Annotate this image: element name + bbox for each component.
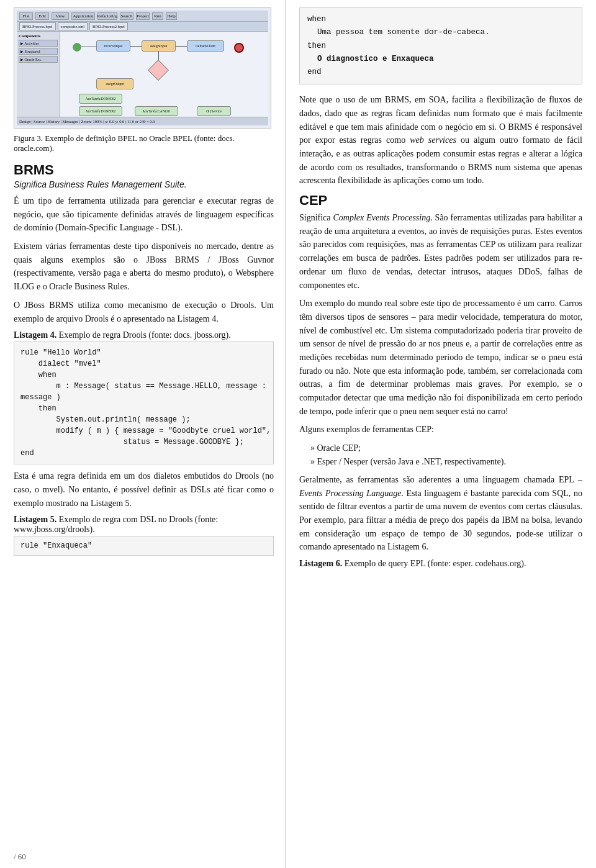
diagram-main: Components ▶ Activities ▶ Structured ▶ O… [17,32,268,117]
aux-node-4: Ol2Service [197,106,231,116]
when-line2: Uma pessoa tem somente dor-de-cabeca. [307,26,574,39]
cep-bullet-2: Esper / Nesper (versão Java e .NET, resp… [310,455,582,469]
tab-1: BPELProcess.bpel [19,22,56,30]
aux-node-3: AuxTarefa:CANC01 [135,106,178,116]
figure-box: File Edit View Application Refactoring S… [14,7,271,129]
listagem5-label: Listagem 5. Exemplo de regra com DSL no … [14,515,274,535]
code-block-4: rule "Hello World" dialect "mvel" when m… [14,341,274,464]
start-node [73,43,81,52]
page-number: / 60 [14,852,26,862]
arrow-2 [130,46,142,47]
when-block: when Uma pessoa tem somente dor-de-cabec… [299,7,582,84]
aux-node-1: AuxTarefa:DONE002 [79,94,122,104]
assign-node: assignInput [142,40,176,52]
brms-p4: Esta é uma regra definida em um dos dial… [14,469,274,510]
diagram-placeholder: File Edit View Application Refactoring S… [14,8,271,128]
cep-exemplos-label: Alguns exemplos de ferramentas CEP: [299,423,582,436]
end-node [234,43,244,53]
brms-p2: Existem várias ferramentas deste tipo di… [14,240,274,294]
when-line1: when [307,13,574,26]
toolbar-btn-5: Refactoring [97,12,117,20]
tab-3: BPELProcess2.bpel [89,22,128,30]
right-column: when Uma pessoa tem somente dor-de-cabec… [286,0,596,868]
brms-heading: BRMS [14,162,274,178]
toolbar-btn-7: Project [136,12,150,20]
tab-2: composite.xml [58,22,88,30]
toolbar-btn-8: Run [152,12,163,20]
arrow-3 [176,46,187,47]
cep-p3: Geralmente, as ferramentas são aderentes… [299,473,582,554]
arrow-1 [81,47,97,47]
sidebar-item-2: ▶ Structured [19,48,58,55]
listagem6-label: Listagem 6. Exemplo de query EPL (fonte:… [299,559,582,569]
cep-bullet-1: Oracle CEP; [310,441,582,455]
aux-node-2: AuxTarefa:DONE002 [79,106,122,116]
brms-subheading: Significa Business Rules Management Suit… [14,179,274,189]
diagram-sidebar: Components ▶ Activities ▶ Structured ▶ O… [17,32,60,117]
web-services-italic: web services [410,135,456,145]
cep-bullet-list: Oracle CEP; Esper / Nesper (versão Java … [310,441,582,469]
cep-intro: Significa Complex Events Processing. São… [299,211,582,292]
diagram-toolbar: File Edit View Application Refactoring S… [17,11,268,22]
sidebar-item-1: ▶ Activities [19,40,58,47]
toolbar-btn-2: Edit [35,12,49,20]
rule-enxaqueca-block: rule "Enxaqueca" [14,536,274,556]
assign-output-node: assignOutput [96,78,133,89]
diagram-status-bar: Design | Source | History | Messages | Z… [17,117,268,125]
brms-p3: O JBoss BRMS utiliza como mecanismo de e… [14,299,274,325]
brms-p1: É um tipo de ferramenta utilizada para g… [14,194,274,235]
diamond-node [148,60,169,81]
when-line3: then [307,40,574,53]
figure-caption: Figura 3. Exemplo de definição BPEL no O… [14,133,274,153]
sidebar-item-3: ▶ Oracle Ext. [19,56,58,63]
listagem4-label: Listagem 4. Exemplo de regra Drools (fon… [14,330,274,340]
note-p1: Note que o uso de um BRMS, em SOA, facil… [299,93,582,188]
toolbar-btn-9: Help [166,12,177,20]
left-column: File Edit View Application Refactoring S… [0,0,286,868]
toolbar-btn-4: Application [71,12,95,20]
cep-heading: CEP [299,192,582,209]
when-line4: O diagnostico e Enxaqueca [307,53,574,66]
status-bar-text: Design | Source | History | Messages | Z… [19,119,155,124]
toolbar-btn-6: Search [120,12,133,20]
diagram-tab-bar: BPELProcess.bpel composite.xml BPELProce… [17,22,268,32]
receive-node: receiveInput [96,40,130,52]
toolbar-btn-1: File [19,12,33,20]
diagram-canvas: receiveInput assignInput callbackClient … [60,32,268,117]
sidebar-label: Components [19,34,58,38]
callback-node: callbackClient [187,40,224,52]
toolbar-btn-3: View [52,12,69,20]
when-line5: end [307,66,574,79]
cep-p2: Um exemplo do mundo real sobre este tipo… [299,297,582,418]
